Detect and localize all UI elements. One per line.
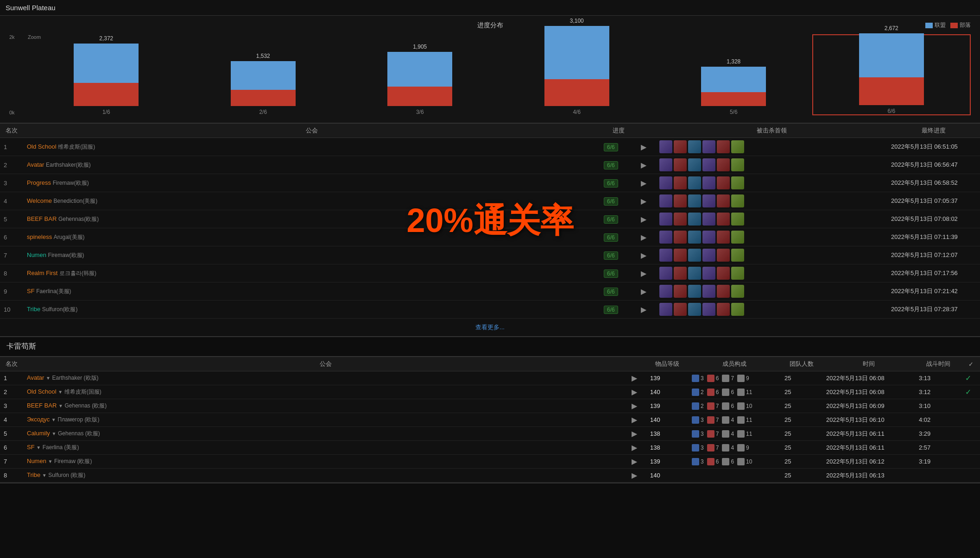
- b-guild-link[interactable]: BEEF BAR: [27, 402, 57, 409]
- b-guild-link[interactable]: Calumily: [27, 430, 50, 437]
- bar-group-5: 1,328 5/6: [655, 34, 812, 115]
- dps-icon: [722, 458, 729, 465]
- boss-icon: [702, 140, 715, 153]
- col-b-rank: 名次: [0, 357, 23, 371]
- b-check-cell: [961, 399, 980, 413]
- video-icon[interactable]: ▶: [641, 306, 646, 313]
- b-itemlevel-cell: 139: [646, 371, 688, 385]
- b-video-icon[interactable]: ▶: [632, 388, 637, 396]
- dropdown-arrow[interactable]: ▼: [51, 417, 56, 422]
- progress-badge: 6/6: [604, 233, 618, 242]
- dropdown-arrow[interactable]: ▼: [48, 459, 53, 464]
- dps-icon: [722, 402, 729, 410]
- progress-cell: 6/6: [600, 246, 637, 264]
- b-guild-link[interactable]: Эксодус: [27, 416, 50, 423]
- progress-badge: 6/6: [604, 306, 618, 314]
- progress-badge: 6/6: [604, 270, 618, 278]
- guild-name-link[interactable]: spineless: [27, 233, 52, 240]
- guild-cell: Progress Firemaw(欧服): [23, 174, 600, 192]
- list-item: 8 Tribe ▼ Sulfuron (欧服) ▶ 140 25 2022年5月…: [0, 469, 980, 483]
- guild-name-link[interactable]: Welcome: [27, 197, 52, 204]
- heal-icon: [707, 402, 714, 410]
- bar-group-1: 2,372 1/6: [28, 34, 185, 115]
- dps-icon: [722, 444, 729, 451]
- b-rank-cell: 8: [0, 469, 23, 483]
- b-guild-link[interactable]: Numen: [27, 458, 46, 464]
- boss-icon: [702, 231, 715, 244]
- guild-cell: Avatar Earthshaker(欧服): [23, 156, 600, 174]
- y-axis: 2k 0k: [9, 34, 15, 115]
- dropdown-arrow[interactable]: ▼: [42, 473, 47, 478]
- time-val: 2022年5月13日 06:11: [826, 444, 885, 451]
- dropdown-arrow[interactable]: ▼: [58, 389, 63, 395]
- view-more-button[interactable]: 查看更多...: [0, 319, 980, 336]
- guild-cell: SF Faerlina(美服): [23, 282, 600, 301]
- video-icon[interactable]: ▶: [641, 143, 646, 151]
- last-time: 06:58:52: [934, 179, 958, 186]
- video-icon[interactable]: ▶: [641, 179, 646, 187]
- guild-name-link[interactable]: Tribe: [27, 306, 40, 313]
- video-icon[interactable]: ▶: [641, 215, 646, 223]
- guild-name-link[interactable]: Progress: [27, 179, 51, 186]
- server-name: 维希皮斯(国服): [58, 144, 95, 150]
- b-teamsize-cell: 25: [781, 399, 822, 413]
- boss-icon: [717, 249, 730, 262]
- boss-icon: [731, 176, 744, 189]
- b-guild-link[interactable]: Old School: [27, 388, 57, 395]
- b-check-cell: [961, 413, 980, 427]
- video-icon[interactable]: ▶: [641, 270, 646, 277]
- b-check-cell: [961, 427, 980, 441]
- tank-count: 3: [701, 375, 704, 382]
- guild-name-link[interactable]: BEEF BAR: [27, 215, 57, 222]
- guild-name-link[interactable]: Numen: [27, 251, 46, 258]
- member-icons: 3 7 4 11: [692, 430, 777, 438]
- b-video-icon[interactable]: ▶: [632, 416, 637, 424]
- lastprogress-cell: 2022年5月13日 07:11:39: [887, 228, 980, 246]
- col-b-teamsize: 团队人数: [781, 357, 822, 371]
- b-time-cell: 2022年5月13日 06:12: [822, 455, 915, 469]
- boss-icon: [702, 285, 715, 298]
- heal-count: 7: [716, 403, 719, 409]
- heal-icon: [707, 444, 714, 451]
- b-guild-link[interactable]: SF: [27, 444, 35, 451]
- verified-check: ✓: [965, 388, 971, 396]
- item-level: 140: [650, 389, 660, 395]
- dropdown-arrow[interactable]: ▼: [51, 431, 56, 436]
- progress-badge: 6/6: [604, 288, 618, 296]
- dropdown-arrow[interactable]: ▼: [36, 445, 41, 450]
- firstkills-cell: [656, 282, 887, 301]
- b-video-icon[interactable]: ▶: [632, 458, 637, 465]
- b-video-icon[interactable]: ▶: [632, 402, 637, 410]
- guild-name-link[interactable]: SF: [27, 288, 35, 295]
- dropdown-arrow[interactable]: ▼: [58, 403, 63, 408]
- video-icon[interactable]: ▶: [641, 161, 646, 169]
- b-time-cell: 2022年5月13日 06:11: [822, 441, 915, 455]
- dps-count1: 7: [731, 375, 734, 382]
- firstkills-cell: [656, 174, 887, 192]
- heal-count: 6: [716, 389, 719, 395]
- guild-name-link[interactable]: Old School: [27, 143, 57, 150]
- bottom-table-header-row: 名次 公会 物品等级 成员构成 团队人数 时间 战斗时间 ✓: [0, 357, 980, 371]
- bar-label-4: 4/6: [573, 109, 581, 115]
- b-video-icon[interactable]: ▶: [632, 444, 637, 451]
- video-icon[interactable]: ▶: [641, 288, 646, 295]
- boss-icons: [659, 194, 884, 207]
- b-video-icon[interactable]: ▶: [632, 374, 637, 382]
- video-icon[interactable]: ▶: [641, 233, 646, 241]
- b-video-icon[interactable]: ▶: [632, 471, 637, 479]
- combat-time: 2:57: [919, 444, 930, 451]
- video-icon[interactable]: ▶: [641, 197, 646, 205]
- bar-blue-4: [544, 26, 609, 79]
- b-guild-link[interactable]: Tribe: [27, 471, 40, 478]
- guild-name-link[interactable]: Avatar: [27, 161, 44, 168]
- b-teamsize-cell: 25: [781, 385, 822, 399]
- dropdown-arrow[interactable]: ▼: [46, 376, 51, 381]
- item-level: 138: [650, 444, 660, 451]
- guild-name-link[interactable]: Realm First: [27, 270, 57, 276]
- firstkills-cell: [656, 246, 887, 264]
- b-server-name: Gehennas (欧服): [64, 402, 107, 409]
- b-guild-link[interactable]: Avatar: [27, 374, 44, 381]
- b-video-icon[interactable]: ▶: [632, 430, 637, 438]
- video-icon[interactable]: ▶: [641, 251, 646, 259]
- b-video-cell: ▶: [628, 399, 646, 413]
